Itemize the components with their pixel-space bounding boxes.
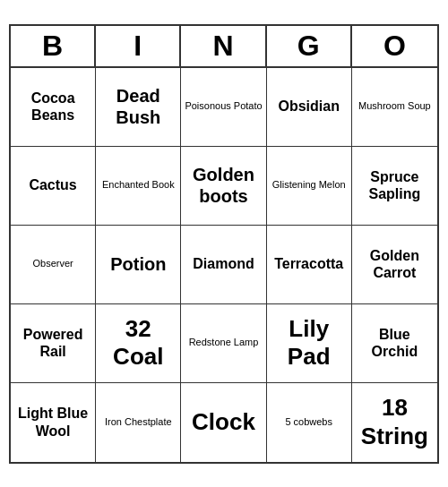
bingo-cell-23[interactable]: 5 cobwebs (267, 383, 352, 462)
header-letter-g: G (267, 26, 352, 66)
bingo-cell-19[interactable]: Blue Orchid (352, 304, 437, 383)
bingo-cell-17[interactable]: Redstone Lamp (181, 304, 266, 383)
bingo-cell-5[interactable]: Cactus (11, 147, 96, 226)
bingo-grid: Cocoa BeansDead BushPoisonous PotatoObsi… (11, 68, 437, 462)
bingo-cell-9[interactable]: Spruce Sapling (352, 147, 437, 226)
bingo-cell-21[interactable]: Iron Chestplate (96, 383, 181, 462)
bingo-cell-24[interactable]: 18 String (352, 383, 437, 462)
bingo-cell-22[interactable]: Clock (181, 383, 266, 462)
bingo-header: BINGO (11, 26, 437, 68)
bingo-cell-16[interactable]: 32 Coal (96, 304, 181, 383)
bingo-cell-11[interactable]: Potion (96, 226, 181, 304)
bingo-card: BINGO Cocoa BeansDead BushPoisonous Pota… (9, 24, 439, 464)
bingo-cell-4[interactable]: Mushroom Soup (352, 68, 437, 147)
bingo-cell-7[interactable]: Golden boots (181, 147, 266, 226)
header-letter-n: N (181, 26, 266, 66)
bingo-cell-0[interactable]: Cocoa Beans (11, 68, 96, 147)
bingo-cell-14[interactable]: Golden Carrot (352, 226, 437, 304)
bingo-cell-1[interactable]: Dead Bush (96, 68, 181, 147)
bingo-cell-15[interactable]: Powered Rail (11, 304, 96, 383)
bingo-cell-20[interactable]: Light Blue Wool (11, 383, 96, 462)
header-letter-i: I (96, 26, 181, 66)
bingo-cell-8[interactable]: Glistening Melon (267, 147, 352, 226)
bingo-cell-18[interactable]: Lily Pad (267, 304, 352, 383)
header-letter-b: B (11, 26, 96, 66)
bingo-cell-13[interactable]: Terracotta (267, 226, 352, 304)
bingo-cell-10[interactable]: Observer (11, 226, 96, 304)
bingo-cell-6[interactable]: Enchanted Book (96, 147, 181, 226)
bingo-cell-3[interactable]: Obsidian (267, 68, 352, 147)
bingo-cell-12[interactable]: Diamond (181, 226, 266, 304)
header-letter-o: O (352, 26, 437, 66)
bingo-cell-2[interactable]: Poisonous Potato (181, 68, 266, 147)
